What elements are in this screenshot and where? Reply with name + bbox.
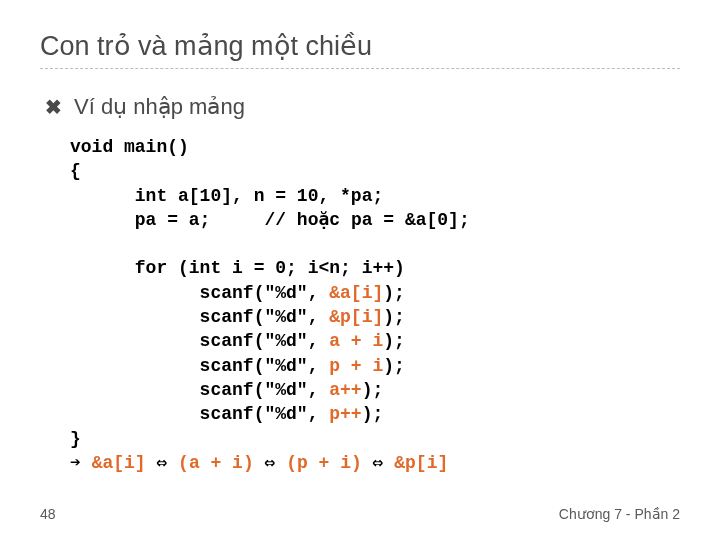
code-block: void main() { int a[10], n = 10, *pa; pa… xyxy=(70,135,680,475)
code-line: { xyxy=(70,161,81,181)
chapter-label: Chương 7 - Phần 2 xyxy=(559,506,680,522)
code-line: } xyxy=(70,429,81,449)
bullet-item: ✖ Ví dụ nhập mảng xyxy=(45,94,680,120)
code-line: scanf("%d", a++); xyxy=(70,380,383,400)
title-divider xyxy=(40,68,680,69)
code-line: scanf("%d", &a[i]); xyxy=(70,283,405,303)
code-line: scanf("%d", p + i); xyxy=(70,356,405,376)
code-line: scanf("%d", &p[i]); xyxy=(70,307,405,327)
code-summary-line: ➔ &a[i] ⇔ (a + i) ⇔ (p + i) ⇔ &p[i] xyxy=(70,453,448,473)
page-number: 48 xyxy=(40,506,56,522)
footer: 48 Chương 7 - Phần 2 xyxy=(40,506,680,522)
code-line: int a[10], n = 10, *pa; xyxy=(70,186,383,206)
slide-title: Con trỏ và mảng một chiều xyxy=(40,30,680,62)
bullet-icon: ✖ xyxy=(45,95,62,119)
code-line: void main() xyxy=(70,137,189,157)
bullet-text: Ví dụ nhập mảng xyxy=(74,94,245,120)
code-line: scanf("%d", a + i); xyxy=(70,331,405,351)
code-line: pa = a; // hoặc pa = &a[0]; xyxy=(70,210,470,230)
code-line: scanf("%d", p++); xyxy=(70,404,383,424)
code-line: for (int i = 0; i<n; i++) xyxy=(70,258,405,278)
